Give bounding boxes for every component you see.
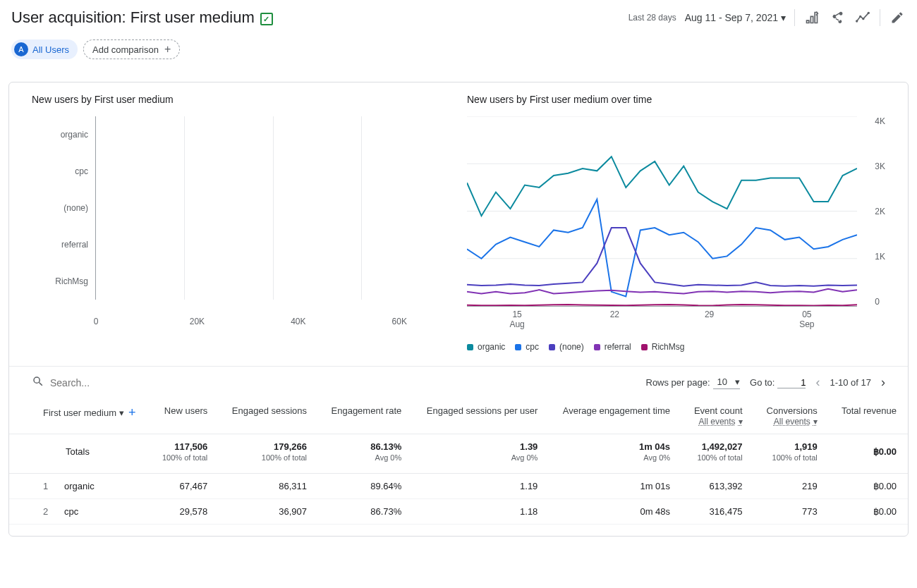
line-yaxis-tick: 3K (875, 161, 885, 171)
line-series (467, 289, 857, 294)
conversions-filter[interactable]: All events ▾ (774, 417, 818, 427)
legend-label: organic (478, 342, 505, 352)
col-engagement-rate[interactable]: Engagement rate (318, 398, 413, 434)
legend-item[interactable]: RichMsg (641, 342, 685, 352)
bar-category-label: organic (61, 130, 88, 140)
event-count-filter[interactable]: All events ▾ (699, 417, 743, 427)
rows-per-page-label: Rows per page: (646, 377, 710, 388)
legend-dot (515, 344, 521, 350)
legend-item[interactable]: referral (594, 342, 631, 352)
bar-category-label: referral (61, 240, 88, 250)
bar-xaxis-tick: 40K (291, 317, 305, 326)
customize-report-icon[interactable] (803, 9, 820, 26)
line-xaxis-tick: 05Sep (799, 310, 814, 329)
segment-label: All Users (32, 44, 69, 55)
data-table: First user medium ▾ + New users Engaged … (9, 398, 908, 525)
bar-category-label: RichMsg (55, 276, 88, 286)
line-yaxis-tick: 4K (875, 116, 885, 126)
next-page-button[interactable]: › (881, 375, 885, 390)
svg-point-1 (859, 16, 861, 18)
line-yaxis-tick: 2K (875, 207, 885, 216)
legend-label: RichMsg (652, 342, 685, 352)
legend-label: (none) (559, 342, 584, 352)
row-number: 2 (43, 506, 56, 517)
legend-dot (467, 344, 473, 350)
bar-xaxis-tick: 60K (392, 317, 407, 326)
goto-label: Go to: (750, 377, 775, 388)
col-conversions[interactable]: Conversions All events ▾ (754, 398, 829, 434)
col-engaged-sessions[interactable]: Engaged sessions (219, 398, 318, 434)
row-number: 1 (43, 481, 56, 491)
row-dimension: organic (64, 481, 95, 491)
legend-label: cpc (526, 342, 539, 352)
add-comparison-button[interactable]: Add comparison + (83, 39, 180, 59)
add-dimension-button[interactable]: + (128, 405, 136, 420)
bar-category-label: cpc (75, 166, 88, 176)
dropdown-icon: ▾ (119, 408, 124, 418)
bar-chart-title: New users by First user medium (32, 94, 450, 105)
legend-label: referral (605, 342, 631, 352)
row-dimension: cpc (64, 506, 78, 517)
line-series (467, 305, 857, 305)
legend-item[interactable]: (none) (549, 342, 584, 352)
divider (880, 9, 880, 26)
col-avg-time[interactable]: Average engagement time (549, 398, 681, 434)
bar-chart: organiccpc(none)referralRichMsg 020K40K6… (32, 116, 450, 328)
search-icon (32, 375, 44, 390)
legend-item[interactable]: cpc (515, 342, 539, 352)
line-xaxis-tick: 29 (705, 310, 714, 329)
edit-icon[interactable] (889, 9, 906, 26)
rows-per-page-select[interactable]: 10 ▾ (713, 376, 740, 389)
line-yaxis-tick: 0 (875, 297, 885, 307)
bar-xaxis-tick: 20K (190, 317, 205, 326)
line-xaxis-tick: 15Aug (509, 310, 524, 329)
line-chart: 4K3K2K1K0 (467, 116, 885, 307)
col-new-users[interactable]: New users (150, 398, 219, 434)
svg-point-0 (856, 20, 858, 22)
divider (794, 9, 795, 26)
segment-badge: A (14, 42, 28, 56)
line-series (467, 200, 857, 297)
bar-chart-panel: New users by First user medium organiccp… (32, 94, 450, 352)
svg-point-2 (862, 18, 864, 20)
svg-point-3 (868, 12, 870, 14)
date-range-picker[interactable]: Aug 11 - Sep 7, 2021 ▾ (685, 12, 786, 23)
totals-row: Totals 117,506100% of total 179,266100% … (9, 434, 908, 474)
line-xaxis-tick: 22 (610, 310, 619, 329)
col-event-count[interactable]: Event count All events ▾ (681, 398, 754, 434)
bar-xaxis-tick: 0 (94, 317, 99, 326)
bar-category-label: (none) (63, 203, 88, 213)
dimension-picker[interactable]: First user medium ▾ (43, 408, 124, 418)
segment-chip[interactable]: A All Users (11, 39, 78, 59)
table-row[interactable]: 2cpc29,57836,90786.73%1.180m 48s316,4757… (9, 499, 908, 525)
col-revenue[interactable]: Total revenue (829, 398, 908, 434)
line-series (467, 228, 857, 286)
goto-input[interactable] (777, 377, 806, 388)
line-chart-title: New users by First user medium over time (467, 94, 885, 105)
prev-page-button[interactable]: ‹ (815, 375, 820, 390)
range-label: 1-10 of 17 (830, 377, 871, 388)
search-input[interactable] (50, 377, 191, 388)
line-series (467, 157, 857, 216)
page-title: User acquisition: First user medium ✓ (11, 8, 273, 27)
line-yaxis-tick: 1K (875, 252, 885, 262)
legend-dot (549, 344, 555, 350)
plus-icon: + (164, 43, 171, 56)
dropdown-icon: ▾ (781, 12, 786, 23)
line-chart-panel: New users by First user medium over time… (467, 94, 885, 352)
col-eng-per-user[interactable]: Engaged sessions per user (413, 398, 549, 434)
date-period-label: Last 28 days (628, 13, 676, 23)
check-icon: ✓ (260, 13, 273, 25)
table-row[interactable]: 1organic67,46786,31189.64%1.191m 01s613,… (9, 474, 908, 499)
share-icon[interactable] (829, 9, 846, 26)
legend-dot (641, 344, 648, 350)
dropdown-icon: ▾ (735, 376, 740, 387)
legend-dot (594, 344, 600, 350)
legend-item[interactable]: organic (467, 342, 505, 352)
title-text: User acquisition: First user medium (11, 8, 255, 27)
insights-icon[interactable] (854, 9, 871, 26)
